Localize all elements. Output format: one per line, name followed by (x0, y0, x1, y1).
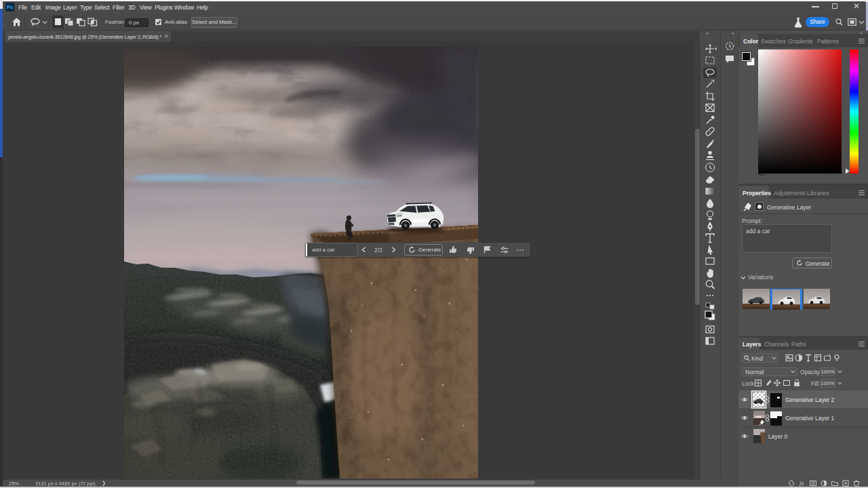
svg-text:Generative Layer 1: Generative Layer 1 (785, 415, 835, 422)
svg-text:Generative Layer 2: Generative Layer 2 (785, 396, 835, 403)
svg-text:Layer 0: Layer 0 (768, 433, 788, 440)
svg-text:fx: fx (800, 480, 804, 487)
